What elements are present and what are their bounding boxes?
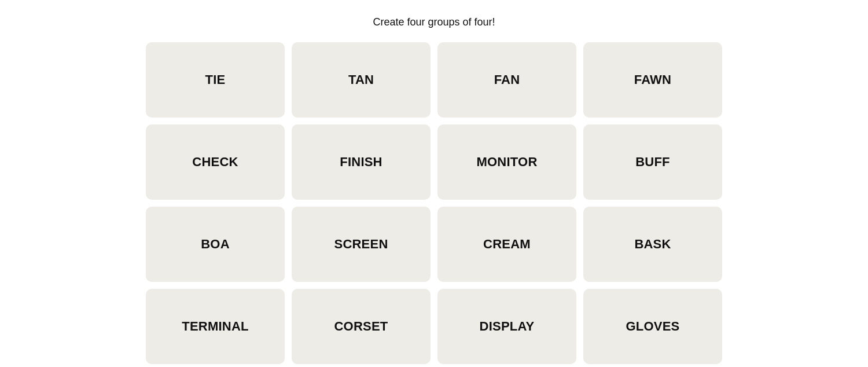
tile-cream[interactable]: CREAM xyxy=(437,207,576,282)
tile-tie-label: TIE xyxy=(205,72,226,87)
tile-tie[interactable]: TIE xyxy=(146,42,285,118)
tile-fawn[interactable]: FAWN xyxy=(583,42,722,118)
tile-cream-label: CREAM xyxy=(483,237,531,252)
tile-monitor[interactable]: MONITOR xyxy=(437,124,576,200)
tile-gloves-label: GLOVES xyxy=(626,319,679,334)
tile-finish[interactable]: FINISH xyxy=(292,124,431,200)
tile-terminal[interactable]: TERMINAL xyxy=(146,289,285,364)
tile-boa-label: BOA xyxy=(201,237,230,252)
tile-boa[interactable]: BOA xyxy=(146,207,285,282)
tile-display-label: DISPLAY xyxy=(480,319,535,334)
tile-screen-label: SCREEN xyxy=(334,237,388,252)
tile-buff-label: BUFF xyxy=(635,155,670,170)
tile-monitor-label: MONITOR xyxy=(476,155,537,170)
tile-terminal-label: TERMINAL xyxy=(182,319,248,334)
tile-bask[interactable]: BASK xyxy=(583,207,722,282)
tile-buff[interactable]: BUFF xyxy=(583,124,722,200)
tile-corset[interactable]: CORSET xyxy=(292,289,431,364)
tile-bask-label: BASK xyxy=(634,237,671,252)
word-grid: TIETANFANFAWNCHECKFINISHMONITORBUFFBOASC… xyxy=(146,42,722,364)
game-subtitle: Create four groups of four! xyxy=(373,16,495,28)
tile-tan-label: TAN xyxy=(348,72,374,87)
tile-check-label: CHECK xyxy=(192,155,238,170)
tile-fan-label: FAN xyxy=(494,72,520,87)
tile-tan[interactable]: TAN xyxy=(292,42,431,118)
tile-display[interactable]: DISPLAY xyxy=(437,289,576,364)
tile-gloves[interactable]: GLOVES xyxy=(583,289,722,364)
tile-screen[interactable]: SCREEN xyxy=(292,207,431,282)
tile-fawn-label: FAWN xyxy=(634,72,671,87)
tile-fan[interactable]: FAN xyxy=(437,42,576,118)
tile-finish-label: FINISH xyxy=(340,155,382,170)
tile-corset-label: CORSET xyxy=(334,319,388,334)
tile-check[interactable]: CHECK xyxy=(146,124,285,200)
